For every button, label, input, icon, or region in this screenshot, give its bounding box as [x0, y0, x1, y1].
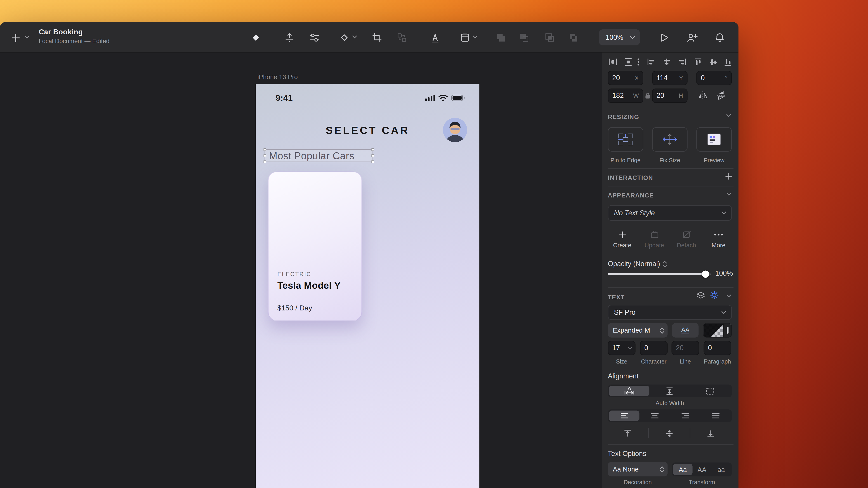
artboard-title[interactable]: iPhone 13 Pro: [257, 74, 298, 80]
height-field[interactable]: 20 H: [652, 89, 688, 103]
letter-case-glyph: AA: [681, 326, 689, 334]
text-tool-icon[interactable]: [428, 30, 443, 45]
car-card[interactable]: ELECTRIC Tesla Model Y $150 / Day: [268, 171, 362, 321]
text-settings-gear-icon[interactable]: [710, 291, 719, 299]
shape-tool-icon[interactable]: [248, 30, 264, 45]
resizing-collapse-chevron-icon[interactable]: [726, 114, 731, 117]
flip-horizontal-button[interactable]: [698, 91, 708, 100]
preview-option[interactable]: [696, 127, 732, 152]
section-title-text[interactable]: Most Popular Cars: [269, 151, 354, 162]
opacity-value: 100%: [713, 269, 733, 277]
wifi-icon: [438, 95, 448, 101]
canvas[interactable]: iPhone 13 Pro 9:41 SELECT CAR: [0, 53, 602, 488]
transform-uppercase-option[interactable]: AA: [692, 464, 712, 475]
document-status: Local Document — Edited: [39, 38, 110, 44]
style-menu-chevron-icon[interactable]: [352, 35, 357, 39]
x-position-field[interactable]: 20 X: [608, 71, 643, 85]
crop-tool-icon[interactable]: [369, 30, 385, 45]
preview-play-button[interactable]: [656, 30, 672, 45]
style-diamond-icon[interactable]: [337, 30, 352, 45]
opacity-slider[interactable]: [608, 273, 711, 275]
text-collapse-chevron-icon[interactable]: [726, 294, 731, 298]
align-center-horizontal-icon[interactable]: [661, 58, 672, 66]
selection-handle[interactable]: [264, 154, 266, 157]
lock-aspect-icon[interactable]: [645, 92, 650, 99]
distribute-vertical-icon[interactable]: [623, 58, 634, 66]
font-family-select[interactable]: SF Pro: [608, 305, 732, 320]
style-create-button[interactable]: Create: [607, 230, 638, 248]
flip-vertical-button[interactable]: [717, 91, 725, 100]
frame-tool-icon[interactable]: [457, 30, 473, 45]
align-text-justify-option[interactable]: [700, 411, 731, 421]
text-styles-stack-icon[interactable]: [696, 292, 705, 299]
user-avatar[interactable]: [443, 118, 467, 142]
align-text-middle-icon[interactable]: [664, 429, 675, 437]
rotation-field[interactable]: 0 °: [696, 71, 732, 85]
align-left-icon[interactable]: [646, 58, 657, 66]
transform-lowercase-option[interactable]: aa: [712, 464, 731, 475]
selected-text-layer[interactable]: Most Popular Cars: [265, 149, 373, 162]
fixed-size-option[interactable]: [690, 386, 731, 396]
align-text-left-option[interactable]: [609, 411, 640, 421]
align-right-icon[interactable]: [677, 58, 688, 66]
transform-capitalize-option[interactable]: Aa: [673, 464, 692, 475]
align-text-bottom-icon[interactable]: [705, 429, 716, 437]
flip-tool-icon[interactable]: [282, 30, 298, 45]
auto-width-option[interactable]: [609, 386, 650, 396]
selection-handle[interactable]: [371, 160, 374, 163]
appearance-collapse-chevron-icon[interactable]: [726, 193, 731, 196]
decoration-stepper[interactable]: Aa None: [608, 462, 668, 477]
frame-menu-chevron-icon[interactable]: [473, 35, 477, 39]
style-more-button[interactable]: More: [703, 230, 734, 248]
letter-case-button[interactable]: AA: [672, 323, 699, 337]
boolean-subtract-icon: [517, 30, 532, 45]
text-color-tail[interactable]: [723, 324, 731, 337]
font-size-value: 17: [612, 344, 620, 352]
transform-segmented: Aa AA aa: [672, 462, 732, 476]
y-unit-label: Y: [679, 75, 683, 81]
insert-menu-chevron-icon[interactable]: [24, 35, 29, 39]
pin-to-edge-option[interactable]: [608, 127, 643, 152]
selection-handle[interactable]: [264, 160, 266, 163]
style-detach-button: Detach: [671, 230, 702, 248]
add-interaction-button[interactable]: [725, 173, 733, 180]
distribute-horizontal-icon[interactable]: [608, 58, 618, 66]
paragraph-spacing-field[interactable]: 0: [704, 341, 731, 355]
x-unit-label: X: [635, 75, 639, 81]
text-style-select[interactable]: No Text Style: [608, 205, 732, 221]
text-color-well[interactable]: [703, 323, 732, 337]
selection-handle[interactable]: [371, 154, 374, 157]
fix-size-option[interactable]: [652, 127, 688, 152]
align-top-icon[interactable]: [692, 58, 704, 66]
alignment-label: Alignment: [608, 372, 639, 380]
tune-sliders-icon[interactable]: [307, 30, 322, 45]
font-size-field[interactable]: 17: [608, 341, 636, 355]
share-add-person-button[interactable]: [684, 30, 700, 45]
font-weight-stepper[interactable]: Expanded M: [608, 323, 668, 337]
selection-handle[interactable]: [264, 148, 266, 151]
opacity-slider-knob[interactable]: [702, 271, 709, 278]
align-middle-vertical-icon[interactable]: [708, 58, 719, 66]
line-height-value: 20: [676, 344, 684, 352]
car-card-tag: ELECTRIC: [277, 271, 311, 277]
component-tool-icon: [394, 30, 410, 45]
more-alignment-options-icon[interactable]: [636, 58, 641, 66]
selection-handle[interactable]: [371, 148, 374, 151]
pin-to-edge-label: Pin to Edge: [604, 157, 647, 163]
align-text-center-option[interactable]: [640, 411, 670, 421]
auto-height-option[interactable]: [649, 386, 690, 396]
width-field[interactable]: 182 W: [608, 89, 643, 103]
align-text-right-option[interactable]: [670, 411, 700, 421]
align-text-top-icon[interactable]: [622, 429, 633, 437]
decoration-stepper-icon: [660, 466, 664, 473]
blend-mode-stepper-icon[interactable]: [662, 260, 667, 268]
character-spacing-field[interactable]: 0: [640, 341, 668, 355]
zoom-control[interactable]: 100%: [599, 29, 640, 45]
insert-plus-button[interactable]: [8, 30, 23, 45]
align-bottom-icon[interactable]: [722, 58, 734, 66]
y-position-field[interactable]: 114 Y: [652, 71, 688, 85]
notifications-bell-button[interactable]: [712, 30, 727, 45]
artboard-iphone-13-pro[interactable]: 9:41 SELECT CAR: [256, 84, 479, 488]
line-height-field[interactable]: 20: [672, 341, 699, 355]
opacity-label: Opacity (Normal): [608, 260, 660, 268]
